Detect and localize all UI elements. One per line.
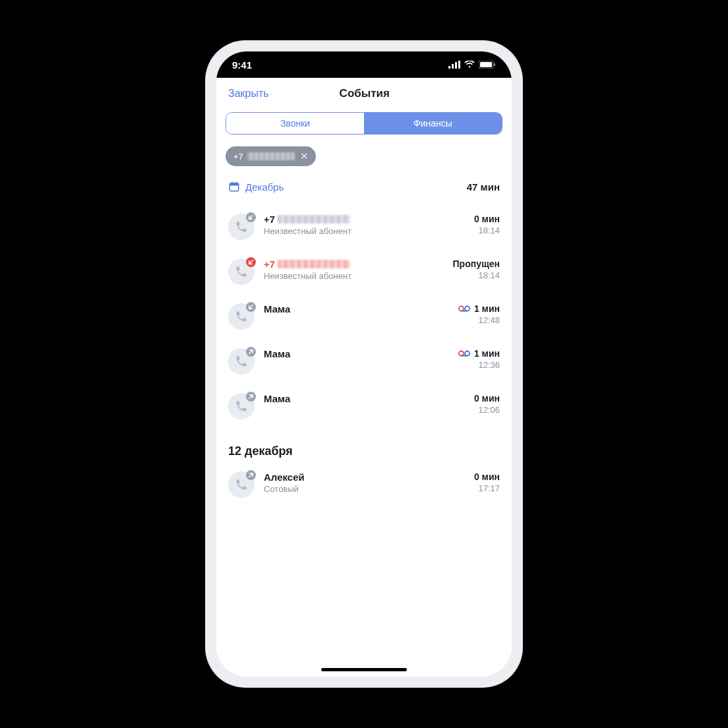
call-main: Мама: [264, 348, 449, 359]
status-icons: [448, 61, 496, 69]
call-row[interactable]: Алексей Сотовый 0 мин 17:17: [216, 462, 512, 507]
call-main: Мама: [264, 303, 449, 315]
svg-point-12: [465, 306, 470, 311]
call-right: 1 мин 12:48: [458, 303, 500, 325]
call-title: +7: [264, 214, 465, 225]
call-value: 0 мин: [474, 393, 500, 404]
svg-rect-6: [494, 63, 495, 66]
call-main: +7 Неизвестный абонент: [264, 258, 444, 281]
svg-rect-2: [455, 62, 457, 69]
call-avatar: [228, 471, 255, 498]
call-subtitle: Неизвестный абонент: [264, 226, 465, 236]
call-direction-badge: [246, 347, 256, 357]
call-title-prefix: +7: [264, 214, 275, 225]
calendar-icon: [228, 181, 240, 193]
header: Закрыть События: [216, 78, 512, 107]
call-right: 0 мин 18:14: [474, 214, 500, 235]
call-direction-badge: [246, 392, 256, 402]
svg-point-11: [459, 306, 464, 311]
call-title: Мама: [264, 393, 465, 404]
svg-rect-8: [229, 183, 239, 186]
call-time: 12:06: [474, 405, 500, 415]
call-blurred-number: [278, 260, 350, 268]
svg-point-15: [465, 351, 470, 355]
voicemail-icon: [458, 348, 470, 359]
call-direction-badge: [246, 212, 256, 222]
svg-rect-3: [458, 61, 460, 69]
svg-rect-5: [480, 62, 492, 67]
call-title: Мама: [264, 303, 449, 315]
screen: 9:41 Закрыть События Звонки Финансы +7: [216, 51, 512, 677]
status-time: 9:41: [232, 59, 252, 71]
svg-rect-10: [235, 182, 237, 185]
svg-rect-1: [452, 64, 454, 69]
filter-chip[interactable]: +7 ✕: [226, 146, 316, 166]
chip-close-icon[interactable]: ✕: [299, 150, 311, 162]
call-right: 1 мин 12:36: [458, 348, 500, 370]
call-avatar: [228, 303, 255, 330]
call-right: 0 мин 12:06: [474, 393, 500, 415]
chip-prefix: +7: [233, 152, 243, 162]
call-row[interactable]: Мама 1 мин 12:48: [216, 294, 512, 339]
call-title: Алексей: [264, 471, 465, 483]
wifi-icon: [464, 61, 475, 69]
call-avatar: [228, 393, 255, 419]
month-total: 47 мин: [467, 181, 500, 193]
svg-rect-0: [448, 66, 450, 69]
call-avatar: [228, 258, 255, 285]
call-direction-badge: [246, 257, 256, 267]
call-blurred-number: [278, 215, 350, 224]
content: Закрыть События Звонки Финансы +7 ✕ Дека…: [216, 78, 512, 677]
page-title: События: [229, 87, 500, 100]
call-subtitle: Неизвестный абонент: [264, 271, 444, 281]
call-row[interactable]: +7 Неизвестный абонент 0 мин 18:14: [216, 204, 512, 249]
call-value: 1 мин: [458, 303, 500, 314]
call-main: Алексей Сотовый: [264, 471, 465, 494]
call-row[interactable]: +7 Неизвестный абонент Пропущен 18:14: [216, 249, 512, 294]
call-avatar: [228, 214, 255, 240]
call-time: 12:48: [458, 315, 500, 325]
call-main: +7 Неизвестный абонент: [264, 214, 465, 236]
call-value: 0 мин: [474, 214, 500, 224]
call-right: 0 мин 17:17: [474, 471, 500, 493]
call-direction-badge: [246, 470, 256, 480]
call-time: 18:14: [453, 270, 500, 280]
notch: [298, 51, 430, 70]
call-time: 12:36: [458, 360, 500, 370]
call-value: 1 мин: [458, 348, 500, 359]
date-section-header: 12 декабря: [216, 429, 512, 462]
call-value: Пропущен: [453, 258, 500, 269]
call-row[interactable]: Мама 0 мин 12:06: [216, 384, 512, 429]
segment-control: Звонки Финансы: [226, 112, 502, 135]
call-direction-badge: [246, 302, 256, 312]
month-label: Декабрь: [245, 181, 284, 193]
chip-blurred-number: [247, 152, 295, 160]
call-time: 18:14: [474, 226, 500, 235]
voicemail-icon: [458, 303, 470, 314]
call-avatar: [228, 348, 255, 375]
svg-point-14: [459, 351, 464, 355]
month-summary: Декабрь 47 мин: [216, 181, 512, 204]
tab-finances[interactable]: Финансы: [364, 113, 502, 134]
phone-frame: 9:41 Закрыть События Звонки Финансы +7: [206, 41, 522, 687]
home-indicator[interactable]: [321, 668, 407, 671]
month-picker[interactable]: Декабрь: [228, 181, 284, 193]
call-value: 0 мин: [474, 471, 500, 482]
call-title: Мама: [264, 348, 449, 359]
call-title-prefix: +7: [264, 258, 275, 270]
signal-icon: [448, 61, 460, 69]
call-main: Мама: [264, 393, 465, 404]
call-row[interactable]: Мама 1 мин 12:36: [216, 339, 512, 384]
call-title: +7: [264, 258, 444, 270]
call-subtitle: Сотовый: [264, 484, 465, 494]
tab-calls[interactable]: Звонки: [226, 113, 364, 134]
call-time: 17:17: [474, 483, 500, 493]
svg-rect-9: [231, 182, 233, 185]
call-right: Пропущен 18:14: [453, 258, 500, 280]
battery-icon: [479, 61, 496, 69]
status-bar: 9:41: [216, 51, 512, 78]
